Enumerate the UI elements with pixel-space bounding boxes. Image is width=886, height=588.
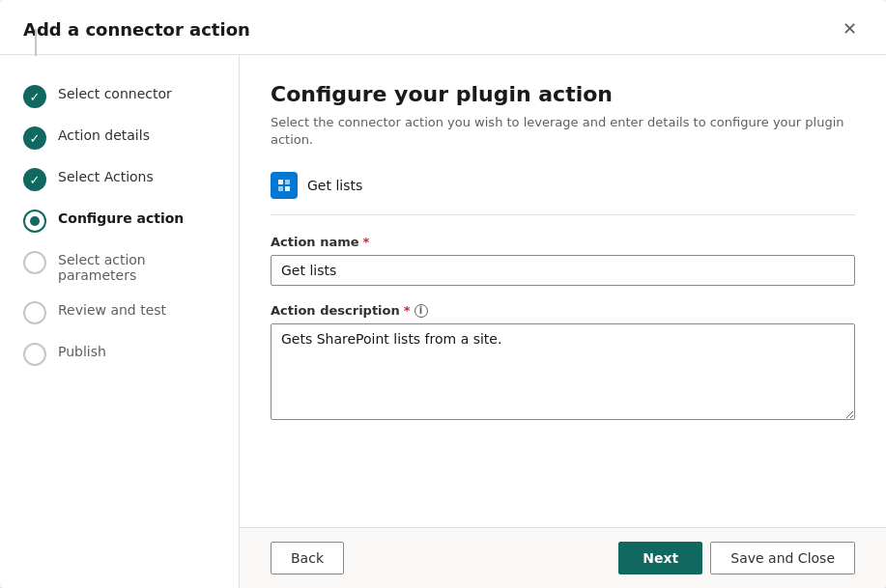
svg-rect-3: [285, 186, 290, 191]
step-label-action-details: Action details: [58, 126, 150, 143]
sidebar-item-select-connector[interactable]: ✓ Select connector: [0, 78, 239, 114]
action-description-label: Action description * i: [271, 303, 855, 318]
footer-right: Next Save and Close: [618, 542, 855, 574]
action-name-input[interactable]: [271, 255, 855, 286]
info-icon[interactable]: i: [414, 304, 428, 318]
modal-container: Add a connector action ✕ ✓ Select connec…: [0, 0, 886, 588]
content-subtitle: Select the connector action you wish to …: [271, 114, 855, 149]
connector-6: [35, 55, 37, 56]
step-label-publish: Publish: [58, 342, 106, 359]
step-label-review-and-test: Review and test: [58, 300, 166, 318]
step-icon-publish: [23, 343, 46, 366]
sidebar-item-action-details[interactable]: ✓ Action details: [0, 120, 239, 155]
step-icon-configure-action: [23, 210, 46, 233]
plugin-name: Get lists: [307, 178, 362, 193]
action-name-required: *: [363, 235, 370, 249]
sidebar-item-select-action-parameters[interactable]: Select action parameters: [0, 244, 239, 289]
step-label-select-actions: Select Actions: [58, 167, 154, 184]
step-label-select-connector: Select connector: [58, 84, 172, 101]
sidebar: ✓ Select connector ✓ Action details ✓ Se…: [0, 55, 240, 588]
modal-footer: Back Next Save and Close: [240, 527, 886, 588]
close-button[interactable]: ✕: [836, 15, 863, 42]
action-description-group: Action description * i Gets SharePoint l…: [271, 303, 855, 423]
save-and-close-button[interactable]: Save and Close: [710, 542, 855, 574]
content-area: Configure your plugin action Select the …: [240, 55, 886, 588]
step-icon-select-connector: ✓: [23, 85, 46, 108]
action-name-label: Action name *: [271, 235, 855, 249]
plugin-row: Get lists: [271, 172, 855, 215]
step-label-select-action-parameters: Select action parameters: [58, 250, 215, 283]
content-title: Configure your plugin action: [271, 82, 855, 106]
close-icon: ✕: [843, 18, 857, 40]
modal-title: Add a connector action: [23, 19, 250, 40]
action-name-group: Action name *: [271, 235, 855, 286]
step-icon-select-action-parameters: [23, 251, 46, 274]
step-icon-action-details: ✓: [23, 126, 46, 150]
action-description-textarea[interactable]: Gets SharePoint lists from a site.: [271, 323, 855, 420]
svg-rect-1: [285, 180, 290, 184]
modal-header: Add a connector action ✕: [0, 0, 886, 55]
svg-rect-2: [278, 186, 283, 191]
svg-rect-0: [278, 180, 283, 184]
sidebar-item-configure-action[interactable]: Configure action: [0, 203, 239, 238]
sidebar-item-publish[interactable]: Publish: [0, 336, 239, 372]
action-description-required: *: [404, 303, 411, 318]
sidebar-item-review-and-test[interactable]: Review and test: [0, 294, 239, 330]
step-icon-select-actions: ✓: [23, 168, 46, 191]
plugin-icon: [271, 172, 298, 199]
sidebar-item-select-actions[interactable]: ✓ Select Actions: [0, 161, 239, 197]
step-label-configure-action: Configure action: [58, 209, 184, 226]
modal-body: ✓ Select connector ✓ Action details ✓ Se…: [0, 55, 886, 588]
next-button[interactable]: Next: [618, 542, 702, 574]
step-icon-review-and-test: [23, 301, 46, 324]
content-main: Configure your plugin action Select the …: [240, 55, 886, 527]
back-button[interactable]: Back: [271, 542, 344, 574]
